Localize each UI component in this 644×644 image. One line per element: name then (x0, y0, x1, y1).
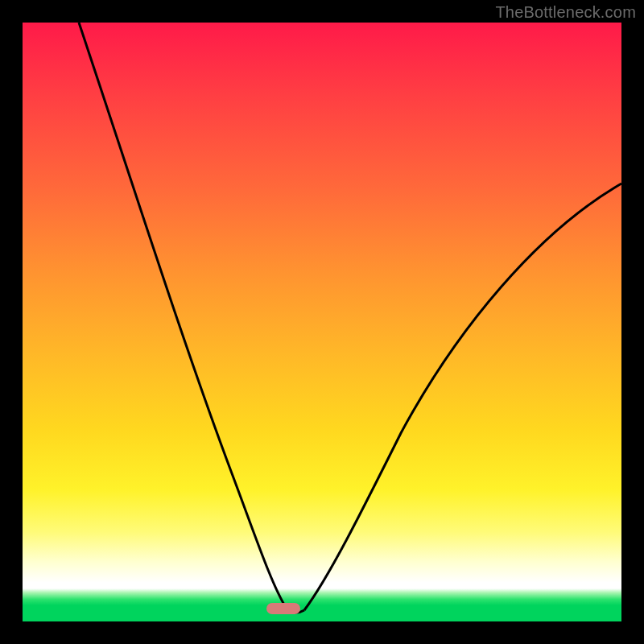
watermark-text: TheBottleneck.com (495, 3, 636, 22)
min-marker (266, 603, 300, 614)
curve-left-branch (79, 23, 287, 609)
bottleneck-curve (23, 23, 621, 621)
chart-frame: TheBottleneck.com (0, 0, 644, 644)
plot-area (23, 23, 621, 621)
curve-right-branch (304, 184, 621, 610)
